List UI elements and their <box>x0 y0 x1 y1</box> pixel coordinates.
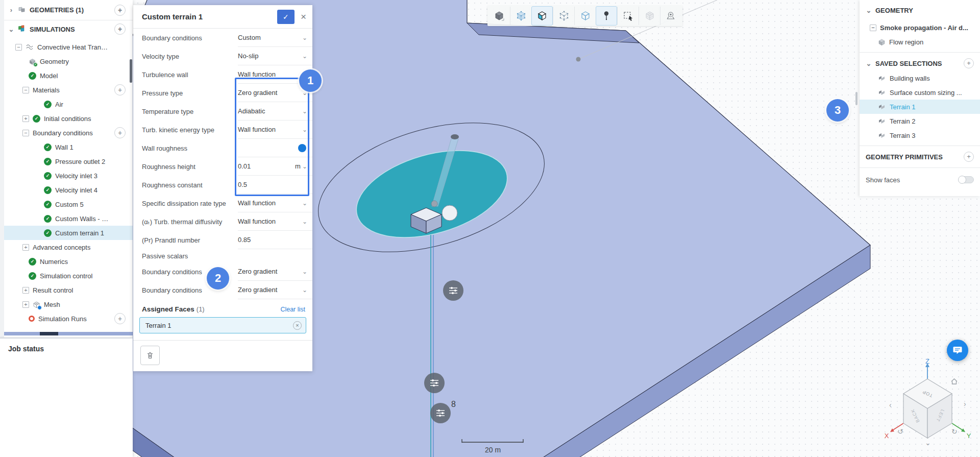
sidebar-item-geometries[interactable]: › GEOMETRIES (1) + <box>0 0 133 20</box>
gizmo-handle-1[interactable] <box>443 280 463 301</box>
measure-tool-button[interactable] <box>660 7 681 25</box>
rotate-cw-icon[interactable]: ↻ <box>951 428 958 435</box>
apply-button[interactable]: ✓ <box>277 10 295 24</box>
chevron-down-icon[interactable]: ⌄ <box>866 7 872 14</box>
add-saved-selection-button[interactable]: + <box>964 58 974 68</box>
sidebar-item-air[interactable]: ✓ Air <box>0 97 133 111</box>
saved-selection-building-walls[interactable]: Building walls <box>860 71 980 85</box>
sidebar-item-custom-5[interactable]: ✓ Custom 5 <box>0 197 133 211</box>
geometry-root-item[interactable]: − Smoke propagation - Air d... <box>860 20 980 35</box>
gizmo-handle-2[interactable] <box>424 373 445 393</box>
select-face-transparent-button[interactable] <box>510 7 531 25</box>
sidebar-item-velocity-inlet-4[interactable]: ✓ Velocity inlet 4 <box>0 183 133 197</box>
add-geometry-button[interactable]: + <box>114 5 126 16</box>
collapse-expander-icon[interactable]: − <box>22 130 29 136</box>
select-wireframe-button[interactable] <box>574 7 596 25</box>
expand-expander-icon[interactable]: + <box>22 287 29 294</box>
specific-dissipation-select[interactable]: Wall function⌄ <box>238 194 312 212</box>
close-icon[interactable]: × <box>301 12 306 21</box>
geometry-primitives-header[interactable]: GEOMETRY PRIMITIVES + <box>860 149 980 164</box>
check-icon: ✓ <box>44 186 52 194</box>
sidebar-item-model[interactable]: ✓ Model <box>0 68 133 83</box>
saved-selection-terrain-1[interactable]: Terrain 1 <box>860 100 980 114</box>
collapse-expander-icon[interactable]: − <box>870 25 876 31</box>
clear-list-link[interactable]: Clear list <box>280 306 305 313</box>
sidebar-item-custom-terrain-1[interactable]: ✓ Custom terrain 1 <box>0 226 133 240</box>
sidebar-item-convective-heat-transfer[interactable]: − Convective Heat Transfer <box>0 40 133 54</box>
add-simulation-button[interactable]: + <box>114 23 126 35</box>
scrollbar-handle[interactable] <box>40 332 58 335</box>
saved-selection-terrain-2[interactable]: Terrain 2 <box>860 114 980 128</box>
sidebar-item-simulation-runs[interactable]: Simulation Runs + <box>0 311 133 326</box>
chimney-cap <box>451 134 459 139</box>
geometry-selection-panel: ⌄ GEOMETRY − Smoke propagation - Air d..… <box>860 0 980 196</box>
delete-boundary-condition-button[interactable] <box>140 346 160 365</box>
sidebar-item-materials[interactable]: − Materials + <box>0 83 133 97</box>
chevron-down-icon[interactable]: ⌄ <box>866 60 872 67</box>
setting-row-turb-thermal-diffusivity: (αₜ) Turb. thermal diffusivity Wall func… <box>133 212 312 231</box>
select-face-button[interactable] <box>531 6 553 26</box>
sidebar-item-simulations[interactable]: ⌄ SIMULATIONS + <box>0 20 133 38</box>
right-panel-scrollbar[interactable] <box>855 92 857 105</box>
expand-expander-icon[interactable]: + <box>22 115 29 122</box>
saved-selection-terrain-3[interactable]: Terrain 3 <box>860 128 980 142</box>
select-vertices-button[interactable] <box>553 7 574 25</box>
tree-item-label: Wall 1 <box>55 143 74 151</box>
boundary-conditions-select[interactable]: Custom⌄ <box>238 29 312 47</box>
add-boundary-condition-button[interactable]: + <box>114 127 126 138</box>
velocity-type-select[interactable]: No-slip⌄ <box>238 47 312 65</box>
sidebar-item-geometry[interactable]: ✓ Geometry <box>0 54 133 68</box>
prandtl-number-input[interactable]: 0.85 <box>238 231 312 249</box>
passive-scalar-2-select[interactable]: Zero gradient⌄ <box>238 281 312 299</box>
home-view-icon[interactable] <box>950 378 958 386</box>
sidebar-item-advanced-concepts[interactable]: + Advanced concepts <box>0 240 133 254</box>
tree-item-label: Air <box>55 101 63 108</box>
expand-expander-icon[interactable]: + <box>22 301 29 308</box>
rotate-down-chevron[interactable]: ⌄ <box>925 439 931 446</box>
sidebar-item-simulation-control[interactable]: ✓ Simulation control <box>0 269 133 283</box>
chevron-right-icon[interactable]: › <box>8 6 14 14</box>
sidebar-item-boundary-conditions[interactable]: − Boundary conditions + <box>0 126 133 140</box>
sidebar-item-pressure-outlet-2[interactable]: ✓ Pressure outlet 2 <box>0 154 133 169</box>
collapse-expander-icon[interactable]: − <box>15 44 22 51</box>
expand-expander-icon[interactable]: + <box>22 244 29 251</box>
sidebar-item-velocity-inlet-3[interactable]: ✓ Velocity inlet 3 <box>0 169 133 183</box>
rotate-left-chevron[interactable]: ‹ <box>889 401 892 408</box>
sidebar-item-numerics[interactable]: ✓ Numerics <box>0 254 133 269</box>
add-simulation-run-button[interactable]: + <box>114 313 126 324</box>
thermal-diffusivity-select[interactable]: Wall function⌄ <box>238 212 312 231</box>
setting-label: Roughness height <box>142 163 238 171</box>
add-material-button[interactable]: + <box>114 84 126 95</box>
add-geometry-primitive-button[interactable]: + <box>964 152 974 162</box>
sidebar-item-wall-1[interactable]: ✓ Wall 1 <box>0 140 133 154</box>
remove-face-icon[interactable]: × <box>293 321 302 330</box>
probe-point-button[interactable] <box>596 6 617 26</box>
sidebar-item-mesh[interactable]: + Mesh <box>0 297 133 311</box>
chat-support-button[interactable] <box>947 340 968 361</box>
passive-scalar-1-select[interactable]: Zero gradient⌄ <box>238 262 312 281</box>
show-faces-toggle[interactable] <box>959 176 974 183</box>
collapse-expander-icon[interactable]: − <box>22 87 29 93</box>
saved-selections-header[interactable]: ⌄ SAVED SELECTIONS + <box>860 56 980 71</box>
tree-horizontal-scrollbar[interactable] <box>0 332 133 335</box>
rotate-right-chevron[interactable]: › <box>964 400 966 407</box>
gizmo-handle-3[interactable] <box>430 403 451 423</box>
saved-selection-surface-custom-sizing[interactable]: Surface custom sizing ... <box>860 85 980 100</box>
rotate-ccw-icon[interactable]: ↺ <box>897 428 903 435</box>
tree-vertical-scrollbar[interactable] <box>130 59 132 83</box>
box-select-button[interactable] <box>617 7 639 25</box>
geometry-section-header[interactable]: ⌄ GEOMETRY <box>860 0 980 20</box>
probe-sphere[interactable] <box>442 205 457 221</box>
sidebar-item-custom-walls[interactable]: ✓ Custom Walls - Build... <box>0 211 133 226</box>
sidebar-item-initial-conditions[interactable]: + ✓ Initial conditions <box>0 111 133 126</box>
select-volume-button[interactable] <box>488 7 510 25</box>
assigned-face-chip[interactable]: Terrain 1 × <box>139 317 306 333</box>
sidebar-item-result-control[interactable]: + Result control <box>0 283 133 297</box>
probe-point-dot[interactable] <box>576 57 581 62</box>
annotation-badge-3: 3 <box>826 99 849 122</box>
tree-item-label: Pressure outlet 2 <box>55 158 105 165</box>
face-set-icon <box>878 74 886 82</box>
chevron-down-icon[interactable]: ⌄ <box>8 26 14 33</box>
flow-region-item[interactable]: Flow region <box>860 35 980 49</box>
navigation-cube[interactable]: TOP BACK LEFT Z X Y ‹ › ⌄ ↺ ↻ <box>878 356 980 453</box>
